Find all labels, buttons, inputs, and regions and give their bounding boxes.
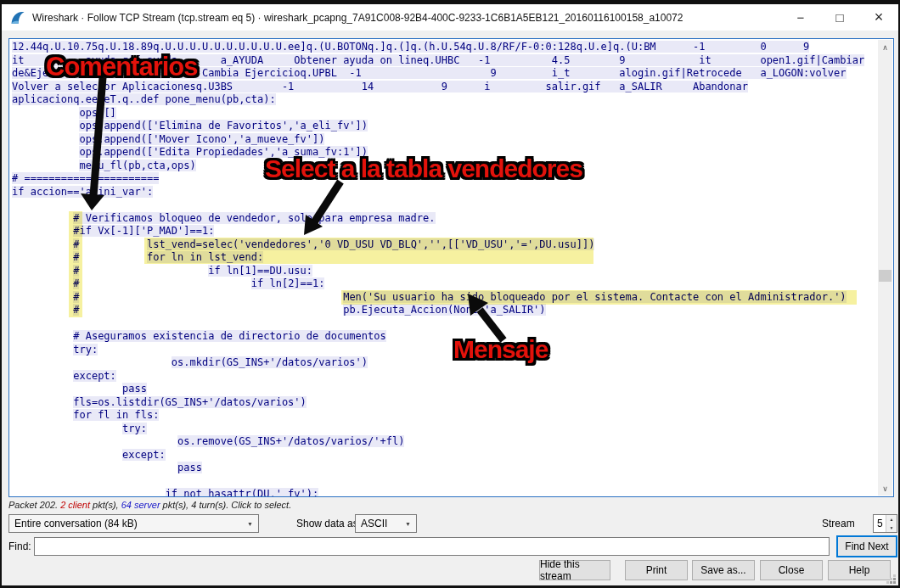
stream-line: fls=os.listdir(GS_INS+'/datos/varios'): [12, 396, 876, 410]
chevron-down-icon: ▼: [405, 521, 411, 527]
status-mid: pkt(s),: [90, 500, 121, 510]
close-icon[interactable]: ×: [859, 4, 898, 31]
hide-stream-button[interactable]: Hide this stream: [539, 560, 610, 580]
find-label: Find:: [8, 540, 31, 552]
stream-line: os.mkdir(GS_INS+'/datos/varios'): [12, 356, 876, 370]
yellow-highlight-hash-column: [69, 211, 82, 317]
conversation-select-value: Entire conversation (84 kB): [14, 518, 138, 529]
stream-line: pass: [12, 462, 876, 475]
annotation-comentarios: Comentarios: [46, 52, 197, 82]
conversation-select[interactable]: Entire conversation (84 kB) ▼: [8, 514, 259, 533]
stream-label: Stream: [822, 518, 855, 529]
titlebar: Wireshark · Follow TCP Stream (tcp.strea…: [2, 4, 898, 31]
stream-viewport: 12.44q.U.10.75q.U.18.89q.U.U.U.U.U.U.U.U…: [8, 38, 894, 497]
print-button[interactable]: Print: [625, 560, 688, 580]
stream-text[interactable]: 12.44q.U.10.75q.U.18.89q.U.U.U.U.U.U.U.U…: [12, 41, 876, 497]
stream-line: pass: [12, 383, 876, 396]
stream-line: ops=[]: [12, 107, 876, 120]
stream-spinner[interactable]: 5 ▲ ▼: [873, 514, 897, 533]
wireshark-icon: [9, 9, 26, 26]
scrollbar-thumb[interactable]: [879, 270, 892, 282]
show-data-as-value: ASCII: [361, 518, 387, 529]
annotation-mensaje: Mensaje: [453, 335, 548, 364]
find-next-button[interactable]: Find Next: [836, 535, 897, 557]
stream-line: [12, 317, 876, 331]
stream-line: aplicacionq.eeeeT.q..def pone_menu(pb,ct…: [12, 93, 876, 107]
maximize-button[interactable]: □: [820, 4, 859, 31]
status-server-count: 64 server: [121, 500, 160, 510]
find-input[interactable]: [34, 537, 830, 556]
stream-line: except:: [12, 449, 876, 462]
spin-up-button[interactable]: ▲: [886, 515, 897, 524]
stream-line: # Verificamos bloqueo de vendedor, solo …: [12, 212, 876, 226]
stream-line: # pb.Ejecuta_Accion(None,'a_SALIR'): [12, 304, 876, 317]
stream-line: # if ln[2]==1:: [12, 277, 876, 291]
yellow-highlight-select-lines: [144, 238, 593, 264]
stream-line: if not hasattr(DU,'_fv'):: [12, 488, 876, 497]
spin-down-button[interactable]: ▼: [886, 524, 897, 532]
stream-line: # Aseguramos existencia de directorio de…: [12, 330, 876, 344]
close-dialog-button[interactable]: Close: [760, 560, 823, 580]
stream-line: [12, 199, 876, 212]
show-data-as-select[interactable]: ASCII ▼: [355, 514, 417, 533]
stream-line: try:: [12, 344, 876, 357]
stream-line: #if Vx[-1]['P_MAD']==1:: [12, 225, 876, 238]
stream-line: os.remove(GS_INS+'/datos/varios/'+fl): [12, 435, 876, 449]
vertical-scrollbar[interactable]: ∧ ∨: [878, 40, 892, 496]
help-button[interactable]: Help: [828, 560, 891, 580]
save-as-button[interactable]: Save as...: [692, 560, 755, 580]
stream-line: except:: [12, 370, 876, 384]
stream-line: ops.append(['Mover Icono','a_mueve_fv']): [12, 133, 876, 147]
stream-line: ops.append(['Elimina de Favoritos','a_el…: [12, 120, 876, 133]
window-title: Wireshark · Follow TCP Stream (tcp.strea…: [32, 12, 683, 24]
status-prefix: Packet 202.: [8, 500, 60, 510]
resize-grip[interactable]: [893, 581, 896, 584]
follow-tcp-stream-window: Wireshark · Follow TCP Stream (tcp.strea…: [0, 0, 900, 588]
chevron-down-icon: ▼: [247, 521, 253, 527]
yellow-highlight-message-line: [341, 290, 857, 305]
status-bar: Packet 202. 2 client pkt(s), 64 server p…: [8, 500, 291, 510]
status-suffix: pkt(s), 4 turn(s). Click to select.: [160, 500, 292, 510]
scroll-up-icon[interactable]: ∧: [878, 40, 892, 54]
annotation-select-tabla: Select a la tabla vendedores: [265, 154, 582, 183]
stream-spinner-value: 5: [877, 518, 883, 529]
status-client-count: 2 client: [60, 500, 90, 510]
stream-line: try:: [12, 423, 876, 436]
stream-line: for fl in fls:: [12, 409, 876, 423]
minimize-button[interactable]: −: [781, 4, 820, 31]
stream-line: # if ln[1]==DU.usu:: [12, 265, 876, 278]
stream-line: [12, 475, 876, 489]
stream-line: if accion=='a_ini_var':: [12, 186, 876, 199]
scroll-down-icon[interactable]: ∨: [878, 481, 892, 496]
show-data-as-label: Show data as: [296, 518, 358, 529]
